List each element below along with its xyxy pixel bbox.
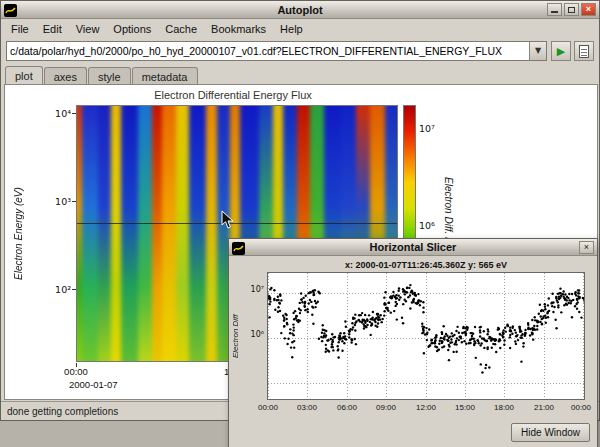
slicer-x-tick: 09:00 (371, 403, 401, 412)
slicer-x-tick: 12:00 (411, 403, 441, 412)
slicer-y-tick-1e6: 10⁶ (242, 330, 264, 339)
y-tick-1e4: 10⁴ (43, 108, 71, 119)
slicer-x-tick: 15:00 (450, 403, 480, 412)
play-icon: ▶ (557, 46, 565, 57)
go-plot-button[interactable]: ▶ (551, 41, 571, 61)
tabs-row: plot axes style metadata (1, 64, 599, 85)
slicer-x-tick: 18:00 (489, 403, 519, 412)
x-tick-0000: 00:00 (59, 366, 93, 377)
slicer-x-tick: 21:00 (529, 403, 559, 412)
slicer-x-tick: 00:00 (566, 403, 596, 412)
slice-position-readout: x: 2000-01-07T11:26:45.360Z y: 565 eV (267, 260, 585, 270)
menu-help[interactable]: Help (274, 22, 309, 36)
slicer-y-tick-1e7: 10⁷ (242, 285, 264, 294)
horizontal-slicer-window: Horizontal Slicer × x: 2000-01-07T11:26:… (228, 238, 598, 447)
slicer-x-tick: 06:00 (332, 403, 362, 412)
tab-plot[interactable]: plot (5, 66, 43, 86)
uri-combobox[interactable]: c/data/polar/hyd_h0/2000/po_h0_hyd_20000… (6, 41, 547, 61)
tab-style[interactable]: style (88, 67, 131, 85)
menu-cache[interactable]: Cache (159, 22, 203, 36)
desktop: Autoplot × File Edit View Options Cache … (0, 0, 600, 447)
uri-text[interactable]: c/data/polar/hyd_h0/2000/po_h0_hyd_20000… (7, 45, 529, 57)
slicer-close-button[interactable]: × (579, 241, 594, 254)
x-tickmark (76, 363, 77, 367)
slicer-window-title: Horizontal Slicer (229, 241, 597, 253)
slicer-plot[interactable] (267, 272, 585, 400)
plot-title: Electron Differential Energy Flux (72, 89, 394, 101)
slicer-scatter-canvas (268, 273, 584, 399)
minimize-icon (551, 11, 558, 13)
menu-options[interactable]: Options (107, 22, 157, 36)
autoplot-logo-icon (232, 241, 245, 254)
window-title: Autoplot (1, 4, 599, 16)
maximize-button[interactable] (564, 3, 579, 16)
y-tick-1e3: 10³ (43, 196, 71, 207)
menubar: File Edit View Options Cache Bookmarks H… (1, 19, 599, 38)
inspect-uri-button[interactable] (574, 41, 594, 61)
autoplot-logo-icon (4, 3, 17, 16)
hide-window-button[interactable]: Hide Window (511, 423, 590, 442)
slicer-x-tick: 03:00 (292, 403, 322, 412)
y-axis-label: Electron Energy (eV) (13, 105, 24, 362)
status-text: done getting completions (7, 406, 118, 417)
dropdown-arrow-icon[interactable]: ▼ (529, 42, 546, 60)
menu-view[interactable]: View (70, 22, 106, 36)
main-titlebar[interactable]: Autoplot × (1, 1, 599, 19)
tab-metadata[interactable]: metadata (132, 67, 198, 85)
minimize-button[interactable] (547, 3, 562, 16)
document-icon (579, 45, 589, 58)
slicer-x-tick: 00:00 (253, 403, 283, 412)
menu-bookmarks[interactable]: Bookmarks (205, 22, 272, 36)
slicer-y-axis-label: Electron Diff (231, 272, 240, 400)
uri-toolbar: c/data/polar/hyd_h0/2000/po_h0_hyd_20000… (1, 38, 599, 64)
menu-edit[interactable]: Edit (37, 22, 68, 36)
slice-crosshair-line (77, 223, 397, 224)
close-button[interactable]: × (581, 3, 596, 16)
menu-file[interactable]: File (5, 22, 35, 36)
slicer-titlebar[interactable]: Horizontal Slicer × (229, 239, 597, 256)
maximize-icon (568, 7, 575, 13)
mouse-cursor-icon (221, 210, 235, 234)
tab-axes[interactable]: axes (44, 67, 87, 85)
y-tick-1e2: 10² (43, 284, 71, 295)
x-axis-date: 2000-01-07 (69, 379, 118, 390)
